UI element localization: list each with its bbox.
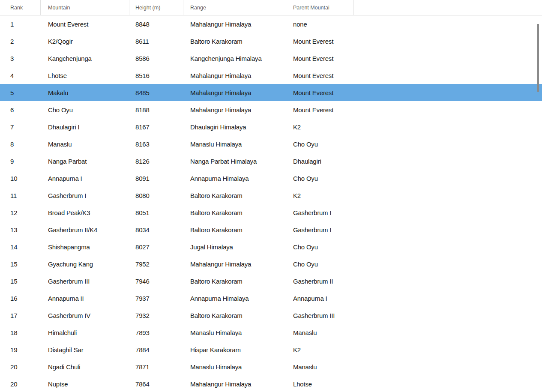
cell-rank[interactable]: 14 — [0, 238, 41, 255]
cell-range[interactable]: Nanga Parbat Himalaya — [183, 153, 286, 170]
cell-parent[interactable]: Cho Oyu — [286, 170, 354, 187]
cell-range[interactable]: Baltoro Karakoram — [183, 272, 286, 290]
cell-rank[interactable]: 18 — [0, 324, 41, 341]
cell-rank[interactable]: 17 — [0, 307, 41, 324]
cell-parent[interactable]: Mount Everest — [286, 101, 354, 118]
cell-parent[interactable]: Gasherbrum III — [286, 307, 354, 324]
cell-height[interactable]: 8091 — [129, 170, 183, 187]
table-row[interactable]: 16Annapurna II7937Annapurna HimalayaAnna… — [0, 290, 542, 307]
table-row[interactable]: 15Gyachung Kang7952Mahalangur HimalayaCh… — [0, 255, 542, 272]
table-row[interactable]: 18Himalchuli7893Manaslu HimalayaManaslu — [0, 324, 542, 341]
cell-rank[interactable]: 19 — [0, 341, 41, 358]
cell-height[interactable]: 7937 — [129, 290, 183, 307]
column-header-rank[interactable]: Rank — [0, 0, 41, 15]
table-row[interactable]: 20Ngadi Chuli7871Manaslu HimalayaManaslu — [0, 358, 542, 375]
cell-parent[interactable]: Gasherbrum II — [286, 272, 354, 290]
cell-height[interactable]: 7893 — [129, 324, 183, 341]
cell-rank[interactable]: 7 — [0, 118, 41, 135]
cell-rank[interactable]: 10 — [0, 170, 41, 187]
table-row[interactable]: 2K2/Qogir8611Baltoro KarakoramMount Ever… — [0, 33, 542, 50]
cell-rank[interactable]: 12 — [0, 204, 41, 221]
cell-height[interactable]: 8188 — [129, 101, 183, 118]
cell-range[interactable]: Baltoro Karakoram — [183, 187, 286, 204]
cell-mountain[interactable]: Makalu — [41, 84, 129, 101]
cell-rank[interactable]: 11 — [0, 187, 41, 204]
cell-parent[interactable]: Cho Oyu — [286, 135, 354, 153]
column-header-mountain[interactable]: Mountain — [41, 0, 129, 15]
cell-parent[interactable]: K2 — [286, 341, 354, 358]
table-row[interactable]: 10Annapurna I8091Annapurna HimalayaCho O… — [0, 170, 542, 187]
table-row[interactable]: 8Manaslu8163Manaslu HimalayaCho Oyu — [0, 135, 542, 153]
table-row[interactable]: 6Cho Oyu8188Mahalangur HimalayaMount Eve… — [0, 101, 542, 118]
cell-height[interactable]: 8586 — [129, 50, 183, 67]
column-header-parent-mountain[interactable]: Parent Mountai — [286, 0, 354, 15]
cell-parent[interactable]: Lhotse — [286, 375, 354, 392]
table-row[interactable]: 12Broad Peak/K38051Baltoro KarakoramGash… — [0, 204, 542, 221]
cell-height[interactable]: 7864 — [129, 375, 183, 392]
cell-rank[interactable]: 13 — [0, 221, 41, 238]
cell-rank[interactable]: 15 — [0, 255, 41, 272]
cell-mountain[interactable]: Shishapangma — [41, 238, 129, 255]
table-row[interactable]: 4Lhotse8516Mahalangur HimalayaMount Ever… — [0, 67, 542, 84]
cell-mountain[interactable]: Gasherbrum III — [41, 272, 129, 290]
cell-mountain[interactable]: Kangchenjunga — [41, 50, 129, 67]
cell-mountain[interactable]: Dhaulagiri I — [41, 118, 129, 135]
cell-parent[interactable]: K2 — [286, 187, 354, 204]
cell-height[interactable]: 7946 — [129, 272, 183, 290]
cell-height[interactable]: 8167 — [129, 118, 183, 135]
cell-parent[interactable]: Cho Oyu — [286, 238, 354, 255]
cell-range[interactable]: Manaslu Himalaya — [183, 358, 286, 375]
cell-rank[interactable]: 20 — [0, 375, 41, 392]
cell-parent[interactable]: Mount Everest — [286, 84, 354, 101]
cell-mountain[interactable]: Distaghil Sar — [41, 341, 129, 358]
cell-range[interactable]: Baltoro Karakoram — [183, 307, 286, 324]
table-row[interactable]: 1Mount Everest8848Mahalangur Himalayanon… — [0, 15, 542, 33]
cell-parent[interactable]: Cho Oyu — [286, 255, 354, 272]
cell-rank[interactable]: 8 — [0, 135, 41, 153]
cell-mountain[interactable]: Nuptse — [41, 375, 129, 392]
cell-rank[interactable]: 5 — [0, 84, 41, 101]
cell-mountain[interactable]: Manaslu — [41, 135, 129, 153]
cell-range[interactable]: Mahalangur Himalaya — [183, 84, 286, 101]
cell-height[interactable]: 8080 — [129, 187, 183, 204]
cell-mountain[interactable]: Gyachung Kang — [41, 255, 129, 272]
cell-height[interactable]: 7884 — [129, 341, 183, 358]
cell-height[interactable]: 8126 — [129, 153, 183, 170]
cell-range[interactable]: Mahalangur Himalaya — [183, 67, 286, 84]
table-row[interactable]: 15Gasherbrum III7946Baltoro KarakoramGas… — [0, 272, 542, 290]
cell-parent[interactable]: K2 — [286, 118, 354, 135]
cell-height[interactable]: 8848 — [129, 15, 183, 33]
cell-mountain[interactable]: Mount Everest — [41, 15, 129, 33]
cell-mountain[interactable]: Gasherbrum IV — [41, 307, 129, 324]
cell-height[interactable]: 7871 — [129, 358, 183, 375]
cell-range[interactable]: Baltoro Karakoram — [183, 33, 286, 50]
table-row[interactable]: 13Gasherbrum II/K48034Baltoro KarakoramG… — [0, 221, 542, 238]
cell-rank[interactable]: 1 — [0, 15, 41, 33]
cell-mountain[interactable]: Lhotse — [41, 67, 129, 84]
cell-mountain[interactable]: Gasherbrum I — [41, 187, 129, 204]
cell-mountain[interactable]: Annapurna I — [41, 170, 129, 187]
table-row[interactable]: 14Shishapangma8027Jugal HimalayaCho Oyu — [0, 238, 542, 255]
cell-rank[interactable]: 15 — [0, 272, 41, 290]
cell-mountain[interactable]: Broad Peak/K3 — [41, 204, 129, 221]
cell-height[interactable]: 7932 — [129, 307, 183, 324]
cell-range[interactable]: Kangchenjunga Himalaya — [183, 50, 286, 67]
table-row[interactable]: 9Nanga Parbat8126Nanga Parbat HimalayaDh… — [0, 153, 542, 170]
table-row[interactable]: 3Kangchenjunga8586Kangchenjunga Himalaya… — [0, 50, 542, 67]
cell-height[interactable]: 8051 — [129, 204, 183, 221]
cell-height[interactable]: 8516 — [129, 67, 183, 84]
cell-rank[interactable]: 6 — [0, 101, 41, 118]
cell-parent[interactable]: Manaslu — [286, 358, 354, 375]
cell-rank[interactable]: 20 — [0, 358, 41, 375]
cell-parent[interactable]: Dhaulagiri — [286, 153, 354, 170]
table-row[interactable]: 11Gasherbrum I8080Baltoro KarakoramK2 — [0, 187, 542, 204]
cell-range[interactable]: Hispar Karakoram — [183, 341, 286, 358]
cell-height[interactable]: 8163 — [129, 135, 183, 153]
cell-mountain[interactable]: Nanga Parbat — [41, 153, 129, 170]
cell-mountain[interactable]: Himalchuli — [41, 324, 129, 341]
cell-mountain[interactable]: Ngadi Chuli — [41, 358, 129, 375]
column-header-range[interactable]: Range — [183, 0, 286, 15]
cell-parent[interactable]: Gasherbrum I — [286, 204, 354, 221]
cell-height[interactable]: 7952 — [129, 255, 183, 272]
table-row[interactable]: 20Nuptse7864Mahalangur HimalayaLhotse — [0, 375, 542, 392]
